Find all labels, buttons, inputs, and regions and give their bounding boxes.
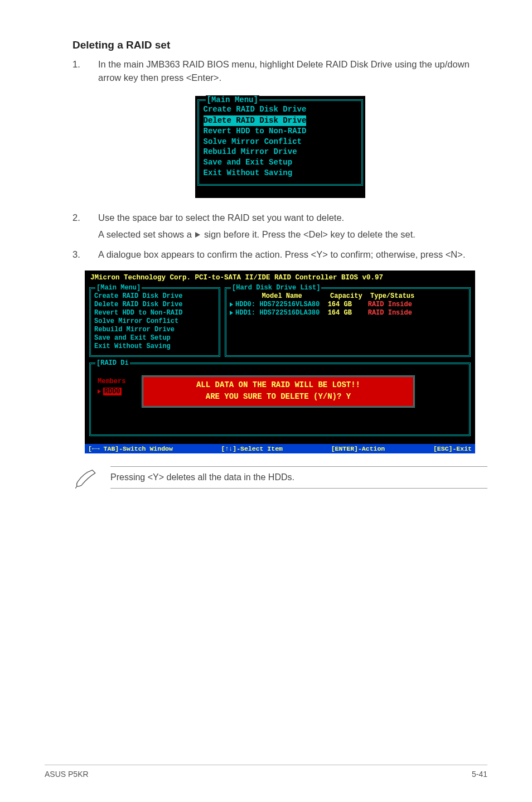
menu-item: Create RAID Disk Drive [204, 104, 357, 115]
triangle-icon [195, 232, 200, 238]
footer-left: ASUS P5KR [45, 770, 89, 779]
menu-item: Revert HDD to Non-RAID [94, 309, 215, 317]
hdd-row: HDD1: HDS722516DLA380 164 GB RAID Inside [230, 309, 466, 317]
menu-item: Save and Exit Setup [204, 157, 357, 168]
step-number: 3. [72, 248, 83, 262]
panel-title: [RAID Di [95, 359, 130, 367]
menu-item: Revert HDD to Non-RAID [204, 126, 357, 137]
bios-dialog-screenshot: JMicron Technology Corp. PCI-to-SATA II/… [85, 270, 475, 453]
steps-list: 2. Use the space bar to select the RAID … [72, 211, 487, 262]
step-number: 2. [72, 211, 83, 241]
alert-line: ARE YOU SURE TO DELETE (Y/N)? Y [147, 391, 410, 403]
menu-item: Save and Exit Setup [94, 334, 215, 342]
note-text: Pressing <Y> deletes all the data in the… [110, 466, 487, 489]
menu-item: Solve Mirror Conflict [204, 137, 357, 147]
bios-main-menu: [Main Menu] Create RAID Disk Drive Delet… [195, 96, 365, 198]
pencil-icon [75, 466, 98, 489]
alert-line: ALL DATA ON THE RAID WILL BE LOST!! [147, 379, 410, 391]
menu-item: Exit Without Saving [94, 342, 215, 351]
menu-item: Delete RAID Disk Drive [94, 301, 215, 309]
bios-alert-dialog: ALL DATA ON THE RAID WILL BE LOST!! ARE … [142, 375, 415, 408]
panel-title: [Hard Disk Drive List] [231, 284, 321, 292]
triangle-icon [230, 311, 233, 315]
hdd-header-row: Model Name Capacity Type/Status [230, 292, 466, 301]
menu-item: Solve Mirror Conflict [94, 317, 215, 326]
page-footer: ASUS P5KR 5-41 [45, 765, 487, 779]
triangle-icon [230, 302, 233, 307]
menu-item: Rebuild Mirror Drive [204, 147, 357, 157]
step-number: 1. [72, 58, 83, 85]
menu-item: Create RAID Disk Drive [94, 292, 215, 301]
menu-item: Rebuild Mirror Drive [94, 326, 215, 334]
hdd-row: HDD0: HDS722516VLSA80 164 GB RAID Inside [230, 301, 466, 309]
step-text: A dialogue box appears to confirm the ac… [98, 248, 487, 262]
main-menu-title: [Main Menu] [206, 95, 259, 104]
step-text: Use the space bar to select the RAID set… [98, 212, 344, 223]
arrows-icon: [←→ [88, 445, 104, 452]
bios-hdd-panel: [Hard Disk Drive List] Model Name Capaci… [225, 287, 471, 357]
bios-left-panel: [Main Menu] Create RAID Disk Drive Delet… [89, 287, 220, 357]
menu-item-selected: Delete RAID Disk Drive [204, 115, 307, 126]
menu-item: Exit Without Saving [204, 168, 357, 178]
bios-statusbar: [←→ TAB]-Switch Window [↑↓]-Select Item … [85, 444, 475, 453]
panel-title: [Main Menu] [95, 284, 142, 292]
section-heading: Deleting a RAID set [72, 39, 487, 51]
step-subtext: A selected set shows a sign before it. P… [98, 228, 487, 241]
bios-header: JMicron Technology Corp. PCI-to-SATA II/… [89, 273, 471, 284]
triangle-icon [98, 389, 101, 394]
steps-list: 1. In the main JMB363 RAID BIOS menu, hi… [72, 58, 487, 85]
step-text: In the main JMB363 RAID BIOS menu, highl… [98, 58, 487, 85]
note-block: Pressing <Y> deletes all the data in the… [72, 466, 487, 489]
footer-right: 5-41 [472, 770, 487, 779]
